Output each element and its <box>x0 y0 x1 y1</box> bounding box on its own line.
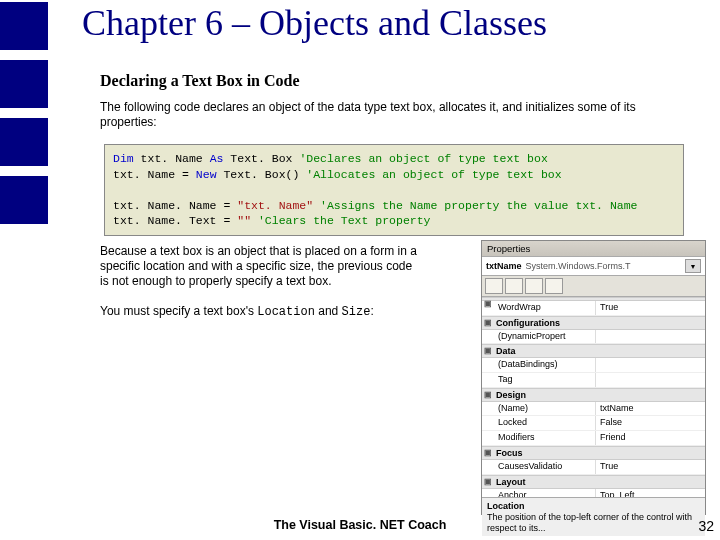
property-row[interactable]: ModifiersFriend <box>482 431 705 446</box>
square-deco <box>0 118 48 166</box>
code-text <box>251 214 258 227</box>
property-name: CausesValidatio <box>482 460 596 474</box>
property-row[interactable]: LockedFalse <box>482 416 705 431</box>
properties-panel-title: Properties <box>482 241 705 257</box>
properties-toolbar <box>482 276 705 297</box>
property-name: Tag <box>482 373 596 387</box>
keyword: Dim <box>113 152 134 165</box>
chevron-down-icon[interactable]: ▼ <box>685 259 701 273</box>
property-category[interactable]: Layout <box>482 475 705 489</box>
inline-code-size: Size <box>342 305 371 319</box>
para2-and: and <box>315 304 342 318</box>
property-value[interactable] <box>596 330 705 344</box>
alphabetical-button[interactable] <box>505 278 523 294</box>
section-heading: Declaring a Text Box in Code <box>100 72 300 90</box>
property-row[interactable]: Tag <box>482 373 705 388</box>
property-value[interactable] <box>596 373 705 387</box>
property-row[interactable]: (DynamicPropert <box>482 330 705 345</box>
para2-a: You must specify a text box's <box>100 304 257 318</box>
comment: 'Assigns the Name property the value txt… <box>320 199 637 212</box>
property-value[interactable]: Friend <box>596 431 705 445</box>
events-button[interactable] <box>545 278 563 294</box>
paragraph-1: Because a text box is an object that is … <box>100 244 420 289</box>
property-name: Anchor <box>482 489 596 498</box>
property-name: (Name) <box>482 402 596 416</box>
property-row[interactable]: (DataBindings) <box>482 358 705 373</box>
paragraph-2: You must specify a text box's Location a… <box>100 304 420 320</box>
properties-grid[interactable]: WordWrapTrueConfigurations(DynamicProper… <box>482 297 705 497</box>
comment: 'Declares an object of type text box <box>299 152 547 165</box>
property-row[interactable]: CausesValidatioTrue <box>482 460 705 475</box>
property-row[interactable]: (Name)txtName <box>482 402 705 417</box>
slide-footer: The Visual Basic. NET Coach <box>0 518 720 532</box>
string-literal: "" <box>237 214 251 227</box>
code-text: txt. Name. Name = <box>113 199 237 212</box>
property-value[interactable] <box>596 358 705 372</box>
property-row[interactable]: WordWrapTrue <box>482 301 705 316</box>
keyword: New <box>196 168 217 181</box>
keyword: As <box>210 152 224 165</box>
property-category[interactable]: Focus <box>482 446 705 460</box>
square-deco <box>0 176 48 224</box>
property-name: Modifiers <box>482 431 596 445</box>
property-value[interactable]: True <box>596 301 705 315</box>
code-text: txt. Name = <box>113 168 196 181</box>
property-name: (DynamicPropert <box>482 330 596 344</box>
code-sample: Dim txt. Name As Text. Box 'Declares an … <box>104 144 684 236</box>
property-category[interactable]: Configurations <box>482 316 705 330</box>
code-text: txt. Name <box>134 152 210 165</box>
property-category[interactable]: Data <box>482 344 705 358</box>
selector-type: System.Windows.Forms.T <box>526 261 685 271</box>
slide-title: Chapter 6 – Objects and Classes <box>82 2 547 44</box>
property-name: (DataBindings) <box>482 358 596 372</box>
property-name: Locked <box>482 416 596 430</box>
square-deco <box>0 2 48 50</box>
string-literal: "txt. Name" <box>237 199 313 212</box>
code-text: txt. Name. Text = <box>113 214 237 227</box>
square-deco <box>0 60 48 108</box>
code-text: Text. Box <box>223 152 299 165</box>
property-row[interactable]: AnchorTop, Left <box>482 489 705 498</box>
properties-panel: Properties txtName System.Windows.Forms.… <box>481 240 706 515</box>
comment: 'Clears the Text property <box>258 214 431 227</box>
property-category[interactable] <box>482 297 705 301</box>
property-value[interactable]: txtName <box>596 402 705 416</box>
property-value[interactable]: True <box>596 460 705 474</box>
para2-b: : <box>370 304 373 318</box>
decorative-squares <box>0 0 48 234</box>
inline-code-location: Location <box>257 305 315 319</box>
object-selector[interactable]: txtName System.Windows.Forms.T ▼ <box>482 257 705 276</box>
categorized-button[interactable] <box>485 278 503 294</box>
footer-prop-name: Location <box>487 501 700 512</box>
code-text: Text. Box() <box>217 168 307 181</box>
property-category[interactable]: Design <box>482 388 705 402</box>
property-value[interactable]: Top, Left <box>596 489 705 498</box>
intro-text: The following code declares an object of… <box>100 100 680 130</box>
properties-page-button[interactable] <box>525 278 543 294</box>
property-name: WordWrap <box>482 301 596 315</box>
comment: 'Allocates an object of type text box <box>306 168 561 181</box>
selector-name: txtName <box>486 261 522 271</box>
property-value[interactable]: False <box>596 416 705 430</box>
